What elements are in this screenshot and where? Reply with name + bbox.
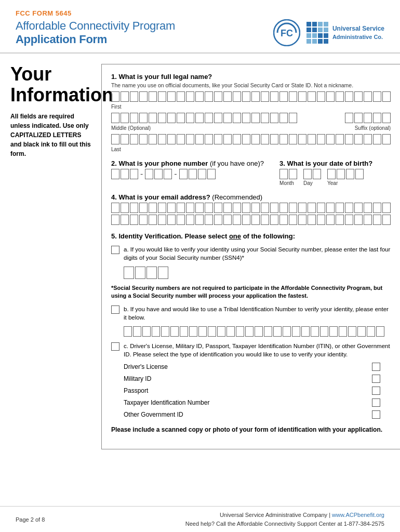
char-box[interactable] bbox=[186, 215, 194, 225]
char-box[interactable] bbox=[223, 113, 232, 123]
tribal-box[interactable] bbox=[189, 326, 197, 337]
char-box[interactable] bbox=[139, 113, 148, 123]
char-box[interactable] bbox=[289, 203, 297, 213]
char-box[interactable] bbox=[270, 113, 278, 123]
char-box[interactable] bbox=[111, 203, 119, 213]
tribal-box[interactable] bbox=[329, 326, 338, 337]
char-box[interactable] bbox=[167, 113, 176, 123]
tribal-box[interactable] bbox=[245, 326, 254, 337]
char-box[interactable] bbox=[130, 215, 138, 225]
char-box[interactable] bbox=[364, 203, 372, 213]
char-box[interactable] bbox=[345, 215, 353, 225]
tribal-box[interactable] bbox=[357, 326, 366, 337]
tribal-box[interactable] bbox=[236, 326, 244, 337]
char-box[interactable] bbox=[121, 203, 129, 213]
char-box[interactable] bbox=[205, 91, 213, 102]
ssn4-box[interactable] bbox=[158, 267, 168, 279]
char-box[interactable] bbox=[164, 169, 172, 179]
char-box[interactable] bbox=[289, 91, 297, 102]
option-b-checkbox[interactable] bbox=[111, 305, 119, 314]
char-box[interactable] bbox=[308, 134, 316, 144]
char-box[interactable] bbox=[111, 113, 119, 123]
char-box[interactable] bbox=[303, 169, 312, 179]
char-box[interactable] bbox=[195, 215, 204, 225]
char-box[interactable] bbox=[354, 91, 363, 102]
tribal-box[interactable] bbox=[273, 326, 282, 337]
char-box[interactable] bbox=[270, 91, 278, 102]
char-box[interactable] bbox=[139, 215, 148, 225]
char-box[interactable] bbox=[139, 203, 148, 213]
char-box[interactable] bbox=[177, 203, 185, 213]
char-box[interactable] bbox=[289, 134, 297, 144]
ssn4-box[interactable] bbox=[135, 267, 145, 279]
char-box[interactable] bbox=[336, 203, 344, 213]
char-box[interactable] bbox=[111, 169, 119, 179]
char-box[interactable] bbox=[177, 134, 185, 144]
char-box[interactable] bbox=[149, 134, 157, 144]
char-box[interactable] bbox=[373, 134, 381, 144]
id-type-checkbox-mil[interactable] bbox=[372, 375, 380, 383]
char-box[interactable] bbox=[346, 169, 354, 179]
tribal-box[interactable] bbox=[180, 326, 188, 337]
char-box[interactable] bbox=[261, 113, 269, 123]
char-box[interactable] bbox=[207, 169, 216, 179]
char-box[interactable] bbox=[251, 113, 260, 123]
char-box[interactable] bbox=[167, 203, 176, 213]
char-box[interactable] bbox=[121, 91, 129, 102]
char-box[interactable] bbox=[198, 169, 206, 179]
char-box[interactable] bbox=[337, 169, 345, 179]
char-box[interactable] bbox=[214, 215, 222, 225]
char-box[interactable] bbox=[313, 169, 321, 179]
char-box[interactable] bbox=[154, 169, 163, 179]
ssn4-box[interactable] bbox=[146, 267, 157, 279]
char-box[interactable] bbox=[186, 134, 194, 144]
char-box[interactable] bbox=[177, 91, 185, 102]
char-box[interactable] bbox=[242, 215, 250, 225]
char-box[interactable] bbox=[121, 169, 129, 179]
char-box[interactable] bbox=[382, 215, 391, 225]
char-box[interactable] bbox=[345, 113, 353, 123]
char-box[interactable] bbox=[308, 215, 316, 225]
char-box[interactable] bbox=[130, 134, 138, 144]
char-box[interactable] bbox=[354, 203, 363, 213]
tribal-box[interactable] bbox=[161, 326, 169, 337]
char-box[interactable] bbox=[130, 113, 138, 123]
char-box[interactable] bbox=[186, 113, 194, 123]
char-box[interactable] bbox=[317, 215, 325, 225]
tribal-box[interactable] bbox=[255, 326, 263, 337]
char-box[interactable] bbox=[121, 113, 129, 123]
char-box[interactable] bbox=[242, 113, 250, 123]
option-c-checkbox[interactable] bbox=[111, 342, 119, 351]
char-box[interactable] bbox=[223, 215, 232, 225]
char-box[interactable] bbox=[121, 215, 129, 225]
char-box[interactable] bbox=[373, 113, 381, 123]
char-box[interactable] bbox=[179, 169, 188, 179]
char-box[interactable] bbox=[279, 215, 288, 225]
char-box[interactable] bbox=[111, 134, 119, 144]
char-box[interactable] bbox=[251, 91, 260, 102]
id-type-checkbox-passport[interactable] bbox=[372, 387, 380, 395]
char-box[interactable] bbox=[177, 113, 185, 123]
tribal-box[interactable] bbox=[142, 326, 151, 337]
char-box[interactable] bbox=[233, 203, 241, 213]
char-box[interactable] bbox=[345, 203, 353, 213]
char-box[interactable] bbox=[298, 203, 306, 213]
char-box[interactable] bbox=[364, 113, 372, 123]
char-box[interactable] bbox=[223, 91, 232, 102]
char-box[interactable] bbox=[251, 134, 260, 144]
char-box[interactable] bbox=[317, 91, 325, 102]
char-box[interactable] bbox=[242, 91, 250, 102]
char-box[interactable] bbox=[279, 203, 288, 213]
tribal-box[interactable] bbox=[339, 326, 347, 337]
char-box[interactable] bbox=[149, 215, 157, 225]
tribal-box[interactable] bbox=[170, 326, 179, 337]
char-box[interactable] bbox=[195, 203, 204, 213]
char-box[interactable] bbox=[382, 134, 391, 144]
char-box[interactable] bbox=[251, 215, 260, 225]
char-box[interactable] bbox=[189, 169, 197, 179]
char-box[interactable] bbox=[317, 203, 325, 213]
tribal-box[interactable] bbox=[264, 326, 272, 337]
char-box[interactable] bbox=[270, 215, 278, 225]
char-box[interactable] bbox=[149, 91, 157, 102]
char-box[interactable] bbox=[326, 91, 335, 102]
